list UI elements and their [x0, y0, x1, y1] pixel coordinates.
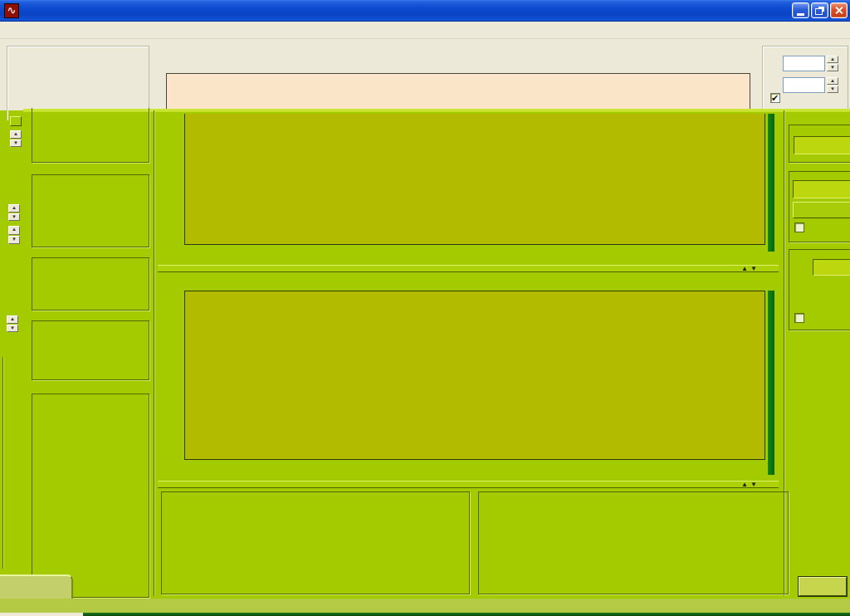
checkbox-automatic[interactable] — [770, 93, 850, 103]
expo-1-spinner: ▲▼ — [827, 56, 838, 71]
spinner-up-icon[interactable]: ▲ — [8, 226, 20, 235]
spinner-down-icon[interactable]: ▼ — [8, 236, 20, 245]
result-unit-options-bottom — [32, 108, 149, 117]
spinner-up-icon[interactable]: ▲ — [827, 56, 838, 63]
checkbox-retry[interactable] — [794, 222, 850, 232]
statusbar — [0, 599, 850, 613]
close-icon — [834, 6, 843, 15]
fragment-spinner: ▲▼ — [8, 204, 20, 221]
precision-group — [32, 320, 149, 380]
app-icon: ∿ — [4, 3, 19, 18]
spinner-down-icon[interactable]: ▼ — [8, 213, 20, 222]
range-options — [32, 175, 149, 183]
restore-icon — [815, 8, 823, 15]
background-chart-plot[interactable] — [166, 73, 750, 109]
checkbox-pattern[interactable] — [794, 313, 850, 323]
linewidth-readout-group — [478, 491, 789, 594]
result-unit-options-green-group — [32, 108, 149, 163]
range-group — [32, 174, 149, 247]
fragment-spinner: ▲▼ — [10, 130, 22, 147]
expo-1-input[interactable] — [783, 56, 825, 71]
intensity-bar-overview — [768, 114, 774, 252]
spinner-up-icon[interactable]: ▲ — [10, 130, 22, 139]
laser-spectrum-analyser-app: ∿ ▲▼ ▲▼ — [0, 0, 850, 616]
close-button[interactable] — [830, 2, 848, 18]
expo-2-spinner: ▲▼ — [827, 77, 838, 93]
spectrum-overview-plot[interactable] — [184, 114, 765, 245]
spectrum-zoom-plot[interactable] — [184, 291, 765, 460]
result-unit-options-top — [7, 46, 149, 56]
fragment-button[interactable] — [10, 116, 22, 126]
minimize-button[interactable] — [792, 2, 809, 18]
splitter-arrows-icon[interactable]: ▲▼ — [741, 481, 760, 488]
spinner-down-icon[interactable]: ▼ — [827, 64, 838, 71]
restore-button[interactable] — [811, 2, 828, 18]
interval-input[interactable] — [794, 136, 850, 154]
spinner-up-icon[interactable]: ▲ — [827, 77, 838, 85]
bottom-progress-strip — [83, 613, 850, 616]
fragment-panel-edge — [2, 357, 3, 569]
expo-2-input[interactable] — [783, 77, 825, 93]
display-group — [32, 394, 149, 598]
average-cnt-input[interactable] — [813, 259, 850, 276]
measurement-mode-button[interactable] — [793, 202, 850, 218]
menubar — [0, 22, 850, 39]
autocal-input[interactable] — [793, 180, 850, 198]
wavelength-readout-group — [161, 491, 470, 594]
checkbox-icon — [794, 313, 804, 323]
checkbox-icon — [770, 93, 780, 103]
stop-button[interactable] — [799, 577, 847, 596]
minimize-icon — [797, 13, 804, 16]
chart-splitter-2[interactable] — [158, 481, 779, 488]
fragment-spinner: ▲▼ — [8, 226, 20, 244]
titlebar[interactable]: ∿ — [0, 0, 850, 22]
checkbox-icon — [794, 222, 804, 232]
chart-splitter-1[interactable] — [158, 265, 779, 272]
spinner-up-icon[interactable]: ▲ — [8, 204, 20, 213]
intensity-bar-zoom — [768, 291, 774, 475]
fragment-spinner: ▲▼ — [7, 315, 18, 332]
splitter-arrows-icon[interactable]: ▲▼ — [741, 265, 760, 272]
left-panel-divider — [154, 110, 154, 596]
spinner-down-icon[interactable]: ▼ — [10, 139, 22, 148]
spinner-up-icon[interactable]: ▲ — [7, 315, 18, 324]
pulse-group — [32, 257, 149, 310]
spinner-down-icon[interactable]: ▼ — [827, 86, 838, 93]
display-options — [32, 394, 149, 404]
spinner-down-icon[interactable]: ▼ — [7, 325, 18, 333]
precision-options — [32, 321, 149, 331]
fragment-bottom-left-panel — [0, 574, 73, 599]
left-edge-strip — [0, 110, 23, 606]
pulse-options — [32, 258, 149, 266]
